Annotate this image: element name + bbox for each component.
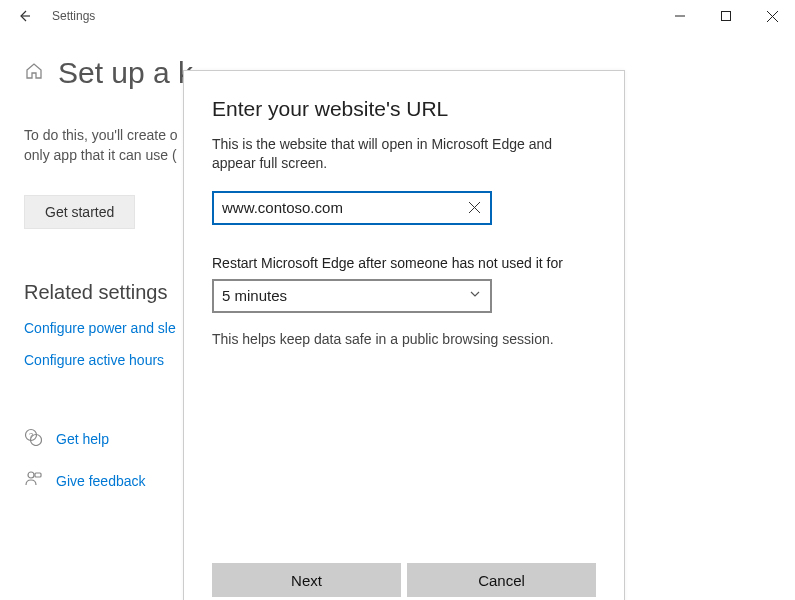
next-button[interactable]: Next [212, 563, 401, 597]
titlebar: Settings [0, 0, 795, 32]
link-get-help[interactable]: Get help [56, 431, 109, 447]
link-give-feedback[interactable]: Give feedback [56, 473, 146, 489]
restart-timeout-value: 5 minutes [222, 287, 287, 304]
help-icon: ? [24, 428, 42, 450]
svg-rect-8 [35, 473, 41, 477]
dialog-buttons: Next Cancel [212, 563, 596, 600]
get-started-button[interactable]: Get started [24, 195, 135, 229]
maximize-button[interactable] [703, 0, 749, 32]
body-line-1: To do this, you'll create o [24, 127, 178, 143]
minimize-button[interactable] [657, 0, 703, 32]
feedback-icon [24, 470, 42, 492]
body-line-2: only app that it can use ( [24, 147, 177, 163]
dialog-description: This is the website that will open in Mi… [212, 135, 596, 173]
settings-page: Set up a k To do this, you'll create o o… [0, 32, 795, 600]
dialog-title: Enter your website's URL [212, 97, 596, 121]
clear-input-icon[interactable] [464, 198, 484, 218]
svg-text:?: ? [29, 431, 34, 440]
restart-timeout-select[interactable]: 5 minutes [212, 279, 492, 313]
close-button[interactable] [749, 0, 795, 32]
home-icon [24, 61, 44, 85]
page-title: Set up a k [58, 56, 193, 90]
restart-label: Restart Microsoft Edge after someone has… [212, 255, 596, 271]
svg-point-7 [28, 472, 34, 478]
url-input-container [212, 191, 492, 225]
window-controls [657, 0, 795, 32]
chevron-down-icon [468, 287, 482, 305]
url-input[interactable] [222, 199, 464, 216]
cancel-button[interactable]: Cancel [407, 563, 596, 597]
window-title: Settings [52, 9, 95, 23]
svg-rect-1 [722, 12, 731, 21]
back-button[interactable] [0, 0, 48, 32]
dialog-helper-text: This helps keep data safe in a public br… [212, 331, 596, 347]
url-dialog: Enter your website's URL This is the web… [183, 70, 625, 600]
